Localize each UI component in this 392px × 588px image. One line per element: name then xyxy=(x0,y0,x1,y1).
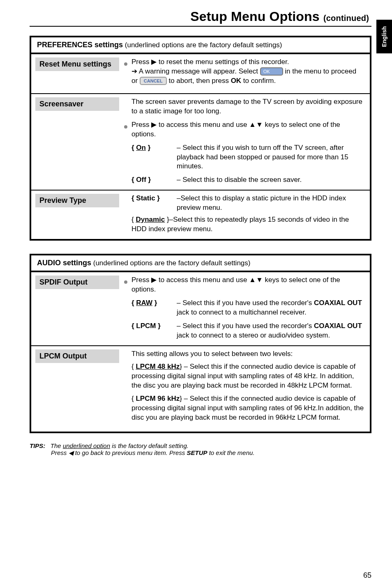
bullet-icon xyxy=(124,125,127,129)
row-lpcm-output: LPCM Output This setting allows you to s… xyxy=(31,345,370,432)
up-down-triangle-icon: ▲▼ xyxy=(249,276,263,284)
preferences-box: PREFERENCES settings (underlined options… xyxy=(30,36,371,241)
preferences-header: PREFERENCES settings (underlined options… xyxy=(31,37,370,54)
screensaver-para2: Press ▶ to access this menu and use ▲▼ k… xyxy=(131,120,364,139)
audio-header: AUDIO settings (underlined options are t… xyxy=(31,255,370,272)
row-preview-type: Preview Type { Static } –Select this to … xyxy=(31,190,370,239)
bullet-icon xyxy=(124,62,127,66)
page-title: Setup Menu Options (continued) xyxy=(30,9,371,24)
screensaver-para1: The screen saver prevents damage to the … xyxy=(131,97,364,116)
option-lpcm-48: { LPCM 48 kHz} – Select this if the conn… xyxy=(131,362,364,390)
right-triangle-icon: ▶ xyxy=(151,121,157,129)
cancel-pill-icon: CANCEL xyxy=(140,77,167,85)
bullet-icon xyxy=(124,280,127,284)
option-lpcm-96: { LPCM 96 kHz} – Select this if the conn… xyxy=(131,394,364,423)
option-static: { Static } –Select this to display a sta… xyxy=(131,194,364,213)
row-reset-menu: Reset Menu settings Press ▶ to reset the… xyxy=(31,54,370,93)
left-triangle-icon: ◀ xyxy=(69,449,74,456)
option-off: { Off } – Select this to disable the scr… xyxy=(131,175,364,185)
row-spdif: SPDIF Output Press ▶ to access this menu… xyxy=(31,272,370,345)
option-lpcm: { LPCM } – Select this if you have used … xyxy=(131,322,364,340)
screensaver-label: Screensaver xyxy=(35,97,119,111)
page-number: 65 xyxy=(363,571,371,580)
right-triangle-icon: ▶ xyxy=(151,58,157,66)
ok-pill-icon: OK xyxy=(260,67,283,76)
spdif-intro: Press ▶ to access this menu and use ▲▼ k… xyxy=(131,276,364,294)
arrow-right-icon: ➔ xyxy=(131,67,137,75)
row-screensaver: Screensaver The screen saver prevents da… xyxy=(31,93,370,190)
audio-box: AUDIO settings (underlined options are t… xyxy=(30,254,371,433)
spacer xyxy=(30,241,371,245)
option-on: { On } – Select this if you wish to turn… xyxy=(131,143,364,172)
title-rule xyxy=(30,26,371,27)
language-tab: English xyxy=(376,20,392,53)
preview-type-label: Preview Type xyxy=(35,194,119,207)
reset-menu-label: Reset Menu settings xyxy=(35,57,119,71)
option-dynamic: { Dynamic }–Select this to repeatedly pl… xyxy=(131,215,364,234)
lpcm-output-label: LPCM Output xyxy=(35,349,119,363)
reset-menu-desc: Press ▶ to reset the menu settings of th… xyxy=(131,57,364,86)
lpcm-intro: This setting allows you to select betwee… xyxy=(131,349,364,359)
option-raw: { RAW } – Select this if you have used t… xyxy=(131,299,364,317)
up-down-triangle-icon: ▲▼ xyxy=(249,121,263,129)
right-triangle-icon: ▶ xyxy=(151,276,157,284)
tips-footer: TIPS: The underlined option is the facto… xyxy=(30,442,371,457)
spdif-label: SPDIF Output xyxy=(35,276,119,289)
